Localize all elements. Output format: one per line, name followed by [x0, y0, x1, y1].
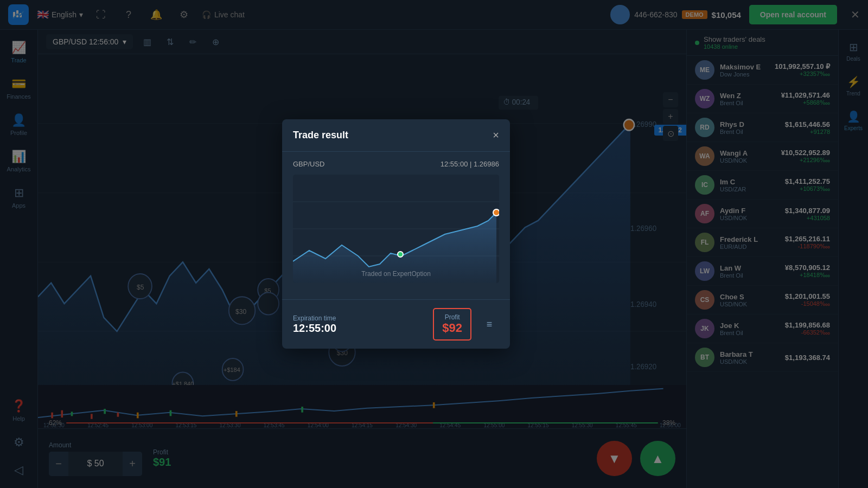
zoom-reset-btn[interactable]: ⊙: [663, 126, 678, 141]
sidebar-item-profile[interactable]: 👤 Profile: [3, 108, 35, 142]
sidebar-deals[interactable]: ⊞ Deals: [840, 35, 867, 67]
trader-profit: ¥8,570,905.12 +18418‱: [785, 264, 830, 279]
trade-up-button[interactable]: ▲: [640, 441, 675, 476]
trader-asset: USD/NOK: [720, 157, 776, 164]
trader-name: Frederick L: [720, 235, 780, 243]
settings-button[interactable]: ⚙: [174, 5, 194, 24]
amount-increase-btn[interactable]: +: [123, 452, 142, 476]
zoom-out-btn[interactable]: −: [663, 92, 678, 107]
sidebar-label-analytics: Analytics: [7, 166, 30, 172]
trader-change: +32357‱: [775, 70, 830, 78]
trader-item[interactable]: IC Im C USD/ZAR $1,411,252.75 +10673‱: [687, 171, 838, 200]
trader-amount: 101,992,557.10 ₽: [775, 62, 830, 70]
line-chart-btn[interactable]: ⇅: [161, 33, 178, 50]
amount-input[interactable]: [68, 452, 123, 476]
sidebar-label-trade: Trade: [11, 57, 26, 63]
svg-point-19: [258, 293, 279, 315]
trader-profit: $1,193,368.74: [785, 354, 830, 362]
sidebar-label-finances: Finances: [7, 93, 31, 100]
watermark-text: Traded on ExpertOption: [361, 270, 431, 278]
sidebar-experts[interactable]: 👤 Experts: [840, 105, 867, 137]
svg-text:⏱ 00:24: ⏱ 00:24: [503, 98, 531, 106]
trader-info: Maksimov E Dow Jones: [720, 63, 769, 78]
sidebar-item-help[interactable]: ❓ Help: [3, 394, 35, 427]
trader-amount: ¥10,522,952.89: [781, 149, 830, 157]
profile-icon: 👤: [11, 113, 26, 127]
deals-icon: ⊞: [849, 41, 858, 54]
profit-box[interactable]: Profit $92: [433, 308, 471, 341]
trader-item[interactable]: CS Choe S USD/NOK $1,201,001.55 -15048‱: [687, 286, 838, 314]
fullscreen-button[interactable]: ⛶: [91, 5, 111, 24]
draw-btn[interactable]: ✏: [184, 33, 201, 50]
sidebar-item-settings[interactable]: ⚙: [3, 430, 35, 455]
trend-icon: ⚡: [847, 75, 860, 88]
trader-profit: $1,199,856.68 -66352‱: [785, 321, 830, 336]
trader-info: Aydin F USD/NOK: [720, 207, 780, 221]
amount-decrease-btn[interactable]: −: [49, 452, 68, 476]
close-icon[interactable]: ✕: [851, 8, 860, 21]
live-chat-button[interactable]: 🎧 Live chat: [202, 10, 245, 19]
indicator-btn[interactable]: ⊕: [207, 33, 224, 50]
modal-close-button[interactable]: ×: [493, 129, 499, 142]
right-panel: Show traders' deals 10438 online ME Maks…: [686, 30, 838, 488]
bar-chart-btn[interactable]: ▥: [138, 33, 156, 50]
svg-rect-38: [117, 413, 119, 417]
zoom-in-btn[interactable]: +: [663, 109, 678, 124]
trader-avatar: AF: [695, 204, 714, 223]
open-account-button[interactable]: Open real account: [749, 5, 837, 24]
trader-item[interactable]: AF Aydin F USD/NOK $1,340,877.09 +431058: [687, 200, 838, 228]
trader-item[interactable]: RD Rhys D Brent Oil $1,615,446.56 +91278: [687, 113, 838, 142]
avatar[interactable]: [610, 5, 630, 24]
trader-change: +5868‱: [781, 99, 830, 106]
trader-item[interactable]: BT Barbara T USD/NOK $1,193,368.74: [687, 343, 838, 372]
left-sidebar: 📈 Trade 💳 Finances 👤 Profile 📊 Analytics…: [0, 30, 38, 488]
language-label: English: [52, 10, 76, 19]
trader-amount: $1,193,368.74: [785, 354, 830, 362]
sidebar-item-collapse[interactable]: ◁: [3, 458, 35, 483]
sidebar-item-analytics[interactable]: 📊 Analytics: [3, 144, 35, 178]
trader-item[interactable]: JK Joe K Brent Oil $1,199,856.68 -66352‱: [687, 314, 838, 343]
amount-control: − +: [49, 452, 142, 476]
trader-item[interactable]: FL Frederick L EUR/AUD $1,265,216.11 -11…: [687, 228, 838, 257]
svg-text:1.26940: 1.26940: [630, 300, 657, 309]
trader-avatar: CS: [695, 290, 714, 310]
trader-name: Lan W: [720, 264, 780, 272]
trader-item[interactable]: WA Wangi A USD/NOK ¥10,522,952.89 +21296…: [687, 142, 838, 171]
trade-down-button[interactable]: ▼: [597, 441, 632, 476]
language-selector[interactable]: 🇬🇧 English ▾: [37, 9, 83, 21]
trader-item[interactable]: WZ Wen Z Brent Oil ¥11,029,571.46 +5868‱: [687, 85, 838, 113]
svg-text:$5: $5: [137, 284, 144, 291]
trader-asset: Brent Oil: [720, 272, 780, 279]
help-button[interactable]: ?: [119, 5, 138, 24]
user-id: 446-662-830: [634, 10, 677, 19]
trader-asset: USD/NOK: [720, 301, 780, 307]
sidebar-trend[interactable]: ⚡ Trend: [840, 70, 867, 102]
deals-label: Deals: [846, 56, 860, 62]
chart-toolbar: GBP/USD 12:56:00 ▾ ▥ ⇅ ✏ ⊕: [38, 30, 686, 54]
asset-name: GBP/USD 12:56:00: [53, 37, 118, 46]
trader-amount: ¥11,029,571.46: [781, 91, 830, 99]
sidebar-item-finances[interactable]: 💳 Finances: [3, 72, 35, 105]
modal-footer: Expiration time 12:55:00 Profit $92 ≡: [282, 299, 510, 349]
modal-menu-button[interactable]: ≡: [480, 314, 499, 334]
trader-item[interactable]: ME Maksimov E Dow Jones 101,992,557.10 ₽…: [687, 56, 838, 85]
down-pct: 62%: [49, 419, 62, 427]
app-logo[interactable]: [8, 4, 29, 25]
trader-change: -118790‱: [785, 243, 830, 250]
trader-avatar: ME: [695, 60, 714, 80]
up-pct: 38%: [662, 419, 675, 427]
asset-selector[interactable]: GBP/USD 12:56:00 ▾: [46, 34, 133, 49]
trader-amount: $1,340,877.09: [785, 207, 830, 215]
trader-change: +91278: [785, 129, 830, 135]
trader-info: Rhys D Brent Oil: [720, 120, 780, 135]
trade-icon: 📈: [11, 41, 26, 55]
trader-avatar: LW: [695, 261, 714, 281]
trader-amount: $1,411,252.75: [785, 177, 830, 185]
right-sidebar: ⊞ Deals ⚡ Trend 👤 Experts: [838, 30, 868, 488]
traders-title: Show traders' deals: [704, 35, 765, 43]
sidebar-item-trade[interactable]: 📈 Trade: [3, 35, 35, 69]
trader-asset: Dow Jones: [720, 71, 769, 78]
sidebar-item-apps[interactable]: ⊞ Apps: [3, 181, 35, 214]
sound-button[interactable]: 🔔: [146, 5, 166, 24]
trader-item[interactable]: LW Lan W Brent Oil ¥8,570,905.12 +18418‱: [687, 257, 838, 286]
